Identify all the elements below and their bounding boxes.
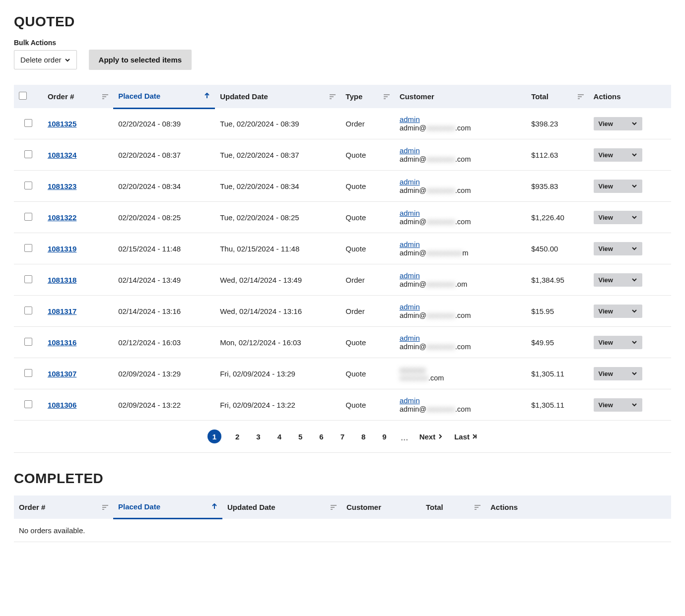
customer-link[interactable]: admin	[400, 178, 420, 186]
row-checkbox[interactable]	[24, 400, 32, 408]
col-placed[interactable]: Placed Date	[113, 85, 215, 108]
view-button[interactable]: View	[594, 273, 642, 287]
order-link[interactable]: 1081319	[48, 245, 76, 253]
completed-table: Order # Placed Date Updated Date Custome…	[14, 495, 671, 542]
order-link[interactable]: 1081307	[48, 370, 76, 378]
customer-link[interactable]: admin	[400, 209, 420, 217]
order-type: Quote	[341, 358, 395, 389]
view-button[interactable]: View	[594, 336, 642, 349]
order-link[interactable]: 1081316	[48, 338, 76, 347]
page-number[interactable]: 4	[274, 431, 284, 443]
row-checkbox[interactable]	[24, 307, 32, 314]
row-checkbox[interactable]	[24, 369, 32, 377]
customer-email: admin@xxxxxxxx.com	[400, 186, 471, 194]
row-checkbox[interactable]	[24, 150, 32, 158]
chevron-down-icon	[65, 57, 70, 63]
row-checkbox[interactable]	[24, 213, 32, 221]
col-updated[interactable]: Updated Date	[215, 85, 341, 108]
updated-date: Tue, 02/20/2024 - 08:37	[215, 139, 341, 171]
col-type[interactable]: Type	[341, 85, 395, 108]
customer-link[interactable]: admin	[400, 240, 420, 248]
col-order[interactable]: Order #	[43, 85, 113, 108]
placed-date: 02/20/2024 - 08:25	[113, 202, 215, 233]
order-link[interactable]: 1081324	[48, 151, 76, 159]
order-link[interactable]: 1081318	[48, 276, 76, 284]
page-number[interactable]: 6	[316, 431, 326, 443]
order-link[interactable]: 1081325	[48, 120, 76, 128]
customer-link[interactable]: admin	[400, 396, 420, 405]
col-updated[interactable]: Updated Date	[222, 495, 342, 519]
page-number[interactable]: 8	[358, 431, 368, 443]
customer-cell: adminadmin@xxxxxxxx.com	[395, 171, 526, 202]
row-checkbox[interactable]	[24, 182, 32, 189]
sort-icon	[384, 92, 390, 101]
order-link[interactable]: 1081322	[48, 213, 76, 222]
view-button[interactable]: View	[594, 117, 642, 130]
order-type: Quote	[341, 202, 395, 233]
order-link[interactable]: 1081323	[48, 182, 76, 190]
chevron-down-icon	[631, 308, 637, 314]
customer-link[interactable]: admin	[400, 146, 420, 155]
placed-date: 02/20/2024 - 08:37	[113, 139, 215, 171]
page-number[interactable]: 5	[295, 431, 305, 443]
chevron-down-icon	[631, 183, 637, 189]
placed-date: 02/15/2024 - 11:48	[113, 233, 215, 264]
customer-link[interactable]: admin	[400, 303, 420, 311]
col-placed-label: Placed Date	[118, 502, 160, 511]
order-link[interactable]: 1081317	[48, 307, 76, 315]
col-customer[interactable]: Customer	[342, 495, 421, 519]
customer-link[interactable]: admin	[400, 271, 420, 280]
updated-date: Fri, 02/09/2024 - 13:22	[215, 389, 341, 421]
arrow-up-icon	[211, 502, 217, 511]
chevron-right-icon	[437, 433, 443, 439]
select-all-checkbox[interactable]	[19, 92, 27, 100]
order-total: $1,384.95	[526, 264, 588, 296]
view-button[interactable]: View	[594, 305, 642, 318]
updated-date: Tue, 02/20/2024 - 08:25	[215, 202, 341, 233]
col-customer-label: Customer	[400, 92, 434, 101]
customer-cell: adminadmin@xxxxxxxx.com	[395, 139, 526, 171]
page-next[interactable]: Next	[419, 432, 444, 441]
row-checkbox[interactable]	[24, 338, 32, 346]
page-last[interactable]: Last	[454, 432, 478, 441]
customer-link[interactable]: admin	[400, 115, 420, 123]
view-button[interactable]: View	[594, 211, 642, 224]
col-total[interactable]: Total	[421, 495, 485, 519]
customer-email: admin@xxxxxxxxxxm	[400, 249, 469, 257]
chevron-last-icon	[472, 433, 478, 439]
page-number[interactable]: 2	[232, 431, 242, 443]
bulk-action-select[interactable]: Delete order	[14, 50, 77, 69]
row-checkbox[interactable]	[24, 275, 32, 283]
page-number[interactable]: 7	[338, 431, 347, 443]
page-number[interactable]: 9	[379, 431, 389, 443]
customer-email: admin@xxxxxxxx.com	[400, 311, 471, 319]
view-button[interactable]: View	[594, 398, 642, 412]
placed-date: 02/12/2024 - 16:03	[113, 327, 215, 358]
col-actions: Actions	[485, 495, 671, 519]
view-button[interactable]: View	[594, 180, 642, 193]
row-checkbox[interactable]	[24, 119, 32, 127]
col-select-all	[14, 85, 43, 108]
col-total[interactable]: Total	[526, 85, 588, 108]
view-button[interactable]: View	[594, 367, 642, 380]
col-order[interactable]: Order #	[14, 495, 113, 519]
col-customer[interactable]: Customer	[395, 85, 526, 108]
apply-bulk-button[interactable]: Apply to selected items	[89, 50, 192, 70]
placed-date: 02/09/2024 - 13:22	[113, 389, 215, 421]
view-button-label: View	[599, 339, 613, 346]
view-button[interactable]: View	[594, 242, 642, 255]
customer-cell: adminadmin@xxxxxxxx.com	[395, 108, 526, 139]
customer-link[interactable]: admin	[400, 334, 420, 342]
customer-cell: adminadmin@xxxxxxxx.com	[395, 296, 526, 327]
chevron-down-icon	[631, 339, 637, 345]
col-placed[interactable]: Placed Date	[113, 495, 222, 519]
customer-link[interactable]: xxxxxxx	[400, 365, 426, 373]
order-link[interactable]: 1081306	[48, 401, 76, 409]
row-checkbox[interactable]	[24, 244, 32, 252]
page-number[interactable]: 1	[207, 430, 221, 443]
order-total: $112.63	[526, 139, 588, 171]
page-number[interactable]: 3	[253, 431, 263, 443]
view-button[interactable]: View	[594, 148, 642, 162]
customer-email: admin@xxxxxxxx.com	[400, 155, 471, 163]
placed-date: 02/20/2024 - 08:39	[113, 108, 215, 139]
